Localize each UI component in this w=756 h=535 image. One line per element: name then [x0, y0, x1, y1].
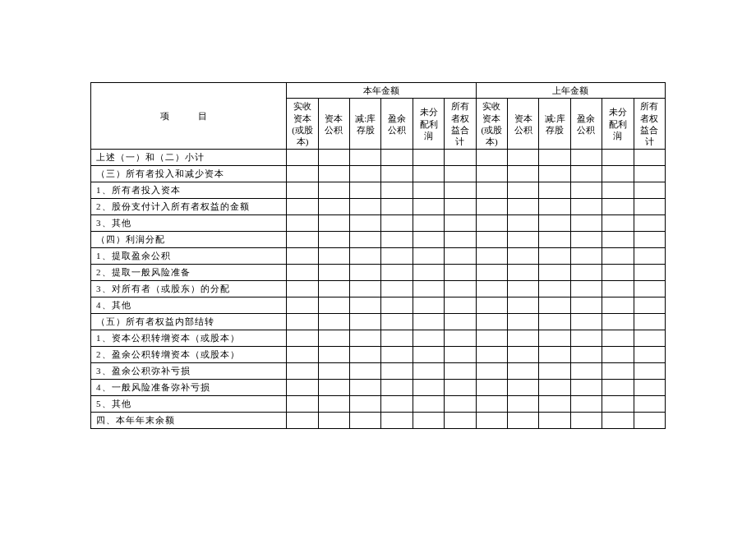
data-cell — [570, 281, 602, 297]
table-row: 4、其他 — [91, 297, 666, 314]
data-cell — [539, 380, 570, 396]
table-row: 2、提取一般风险准备 — [91, 265, 666, 281]
row-label: 四、本年年末余额 — [91, 413, 287, 429]
data-cell — [476, 347, 507, 363]
row-label: 1、所有者投入资本 — [91, 182, 287, 199]
data-cell — [381, 232, 413, 248]
data-cell — [445, 330, 476, 347]
data-cell — [350, 199, 381, 215]
data-cell — [287, 314, 318, 330]
data-cell — [634, 248, 665, 265]
data-cell — [381, 182, 413, 199]
data-cell — [413, 265, 444, 281]
data-cell — [445, 150, 476, 166]
data-cell — [350, 396, 381, 413]
data-cell — [350, 330, 381, 347]
table-row: 1、所有者投入资本 — [91, 182, 666, 199]
data-cell — [476, 413, 507, 429]
data-cell — [508, 297, 539, 314]
data-cell — [413, 248, 444, 265]
data-cell — [350, 314, 381, 330]
data-cell — [287, 297, 318, 314]
row-label: 5、其他 — [91, 396, 287, 413]
row-label: 3、其他 — [91, 215, 287, 232]
data-cell — [602, 380, 634, 396]
data-cell — [634, 396, 665, 413]
data-cell — [508, 330, 539, 347]
data-cell — [413, 363, 444, 380]
table-row: （四）利润分配 — [91, 232, 666, 248]
data-cell — [539, 297, 570, 314]
data-cell — [634, 182, 665, 199]
data-cell — [570, 330, 602, 347]
data-cell — [508, 281, 539, 297]
data-cell — [318, 166, 349, 182]
data-cell — [381, 297, 413, 314]
header-prior-year: 上年金额 — [476, 83, 665, 99]
data-cell — [476, 248, 507, 265]
data-cell — [350, 363, 381, 380]
data-cell — [634, 314, 665, 330]
data-cell — [539, 396, 570, 413]
data-cell — [476, 182, 507, 199]
data-cell — [508, 314, 539, 330]
data-cell — [318, 281, 349, 297]
data-cell — [413, 215, 444, 232]
data-cell — [413, 166, 444, 182]
data-cell — [381, 380, 413, 396]
data-cell — [413, 347, 444, 363]
row-label: 2、盈余公积转增资本（或股本） — [91, 347, 287, 363]
header-current-year: 本年金额 — [287, 83, 476, 99]
data-cell — [539, 265, 570, 281]
data-cell — [539, 215, 570, 232]
data-cell — [508, 265, 539, 281]
data-cell — [508, 413, 539, 429]
header-py-c3: 减:库存股 — [539, 99, 570, 150]
data-cell — [634, 215, 665, 232]
data-cell — [634, 297, 665, 314]
data-cell — [318, 265, 349, 281]
data-cell — [570, 166, 602, 182]
data-cell — [287, 166, 318, 182]
data-cell — [381, 396, 413, 413]
data-cell — [413, 232, 444, 248]
row-label: 1、资本公积转增资本（或股本） — [91, 330, 287, 347]
data-cell — [634, 265, 665, 281]
data-cell — [287, 281, 318, 297]
data-cell — [508, 150, 539, 166]
data-cell — [634, 150, 665, 166]
data-cell — [413, 413, 444, 429]
data-cell — [350, 248, 381, 265]
row-label: 4、其他 — [91, 297, 287, 314]
data-cell — [445, 347, 476, 363]
data-cell — [350, 232, 381, 248]
row-label: 3、盈余公积弥补亏损 — [91, 363, 287, 380]
data-cell — [508, 199, 539, 215]
row-label: 3、对所有者（或股东）的分配 — [91, 281, 287, 297]
table-row: （五）所有者权益内部结转 — [91, 314, 666, 330]
data-cell — [445, 281, 476, 297]
data-cell — [570, 150, 602, 166]
header-py-c4: 盈余公积 — [570, 99, 602, 150]
data-cell — [508, 396, 539, 413]
data-cell — [476, 232, 507, 248]
data-cell — [381, 248, 413, 265]
data-cell — [602, 347, 634, 363]
data-cell — [476, 363, 507, 380]
data-cell — [350, 215, 381, 232]
data-cell — [287, 413, 318, 429]
row-label: 1、提取盈余公积 — [91, 248, 287, 265]
data-cell — [318, 380, 349, 396]
data-cell — [287, 232, 318, 248]
data-cell — [381, 150, 413, 166]
header-item: 项 目 — [91, 83, 287, 150]
data-cell — [381, 281, 413, 297]
table-body: 上述（一）和（二）小计（三）所有者投入和减少资本1、所有者投入资本2、股份支付计… — [91, 150, 666, 429]
data-cell — [413, 380, 444, 396]
data-cell — [445, 199, 476, 215]
table-row: 1、提取盈余公积 — [91, 248, 666, 265]
data-cell — [318, 150, 349, 166]
data-cell — [413, 182, 444, 199]
data-cell — [508, 215, 539, 232]
data-cell — [539, 413, 570, 429]
